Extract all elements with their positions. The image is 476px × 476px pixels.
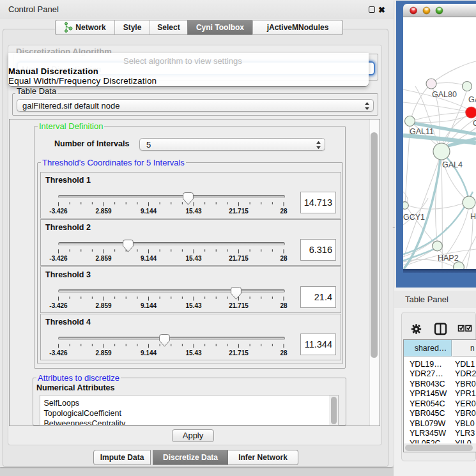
svg-text:H: H	[470, 212, 476, 221]
svg-text:GA: GA	[468, 95, 476, 104]
svg-text:GAL80: GAL80	[432, 90, 457, 99]
svg-text:C: C	[473, 119, 476, 128]
svg-text:GCY1: GCY1	[403, 213, 425, 222]
svg-text:GAL4: GAL4	[442, 160, 463, 169]
svg-text:HAP2: HAP2	[438, 254, 459, 263]
svg-text:GAL11: GAL11	[410, 127, 434, 136]
